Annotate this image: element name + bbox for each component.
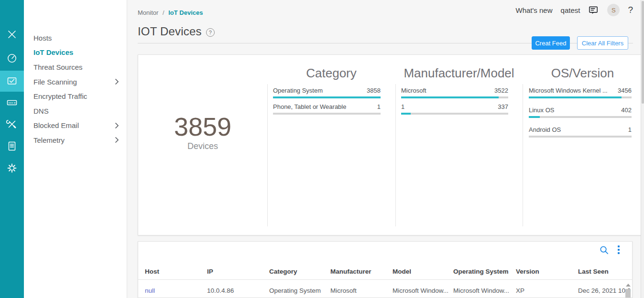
bar-track (529, 96, 632, 98)
total-devices: 3859 Devices (138, 113, 267, 151)
category-bar-item[interactable]: Phone, Tablet or Wearable1 (273, 103, 381, 115)
total-devices-value: 3859 (138, 113, 267, 140)
table-scrollbar[interactable] (625, 282, 631, 298)
sidebar-item-dns[interactable]: DNS (24, 104, 127, 118)
cell-ip: 10.0.4.86 (207, 287, 269, 294)
cell-version: XP (516, 287, 578, 294)
column-header-category[interactable]: Category (269, 268, 330, 275)
sidebar-item-label: DNS (33, 107, 49, 115)
column-header-operating-system[interactable]: Operating System (453, 268, 516, 275)
cell-last-seen: Dec 26, 2021 10:0 (578, 287, 632, 294)
summary-column-category: Category Operating System3858 Phone, Tab… (267, 64, 395, 119)
os-version-bar-item[interactable]: Android OS1 (529, 126, 632, 138)
column-header-host[interactable]: Host (145, 268, 207, 275)
column-header-ip[interactable]: IP (207, 268, 269, 275)
table-row[interactable]: null 10.0.4.86 Operating System Microsof… (138, 280, 632, 298)
report-icon[interactable] (0, 136, 24, 157)
table-header: Host IP Category Manufacturer Model Oper… (138, 264, 632, 280)
table-scrollbar-thumb[interactable] (625, 289, 631, 298)
summary-column-title: Manufacturer/Model (395, 64, 523, 82)
sidebar: Hosts IoT Devices Threat Sources File Sc… (24, 0, 127, 298)
bar-value: 1 (628, 126, 632, 133)
sidebar-item-telemetry[interactable]: Telemetry (24, 133, 127, 148)
sidebar-item-label: Hosts (33, 34, 52, 42)
devices-table-card: Host IP Category Manufacturer Model Oper… (138, 241, 633, 298)
sidebar-item-label: Threat Sources (33, 63, 83, 71)
breadcrumb: Monitor / IoT Devices (138, 9, 203, 16)
title-help-icon[interactable]: ? (206, 28, 215, 37)
kebab-menu-icon[interactable] (617, 245, 621, 255)
search-icon[interactable] (599, 245, 609, 255)
sidebar-item-threat-sources[interactable]: Threat Sources (24, 60, 127, 74)
bar-label: Android OS (529, 126, 561, 133)
host-link[interactable]: null (145, 287, 155, 294)
bar-value: 3858 (367, 87, 381, 94)
os-version-bar-item[interactable]: Microsoft Windows Kernel ...3456 (529, 87, 632, 98)
bar-track (529, 136, 632, 138)
chevron-right-icon (115, 122, 119, 129)
summary-card: 3859 Devices Category Operating System38… (138, 54, 642, 235)
manufacturer-bar-item[interactable]: Microsoft3522 (401, 87, 508, 98)
bar-value: 337 (498, 103, 508, 110)
bar-track (273, 113, 381, 115)
category-bar-item[interactable]: Operating System3858 (273, 87, 381, 98)
page-scrollbar-thumb[interactable] (642, 1, 644, 104)
os-version-bar-item[interactable]: Linux OS402 (529, 106, 632, 118)
monitor-check-icon[interactable] (0, 71, 24, 92)
column-header-model[interactable]: Model (393, 268, 453, 275)
sidebar-item-label: File Scanning (33, 78, 77, 86)
bar-label: Phone, Tablet or Wearable (273, 103, 346, 110)
page-scrollbar[interactable] (641, 0, 644, 298)
scroll-up-arrow-icon[interactable] (626, 284, 631, 287)
sidebar-item-hosts[interactable]: Hosts (24, 31, 127, 45)
sidebar-item-label: Encrypted Traffic (33, 92, 87, 100)
icon-rail (0, 0, 24, 298)
sidebar-item-label: Blocked Email (33, 121, 79, 129)
bar-fill (401, 113, 411, 115)
summary-column-title: Category (267, 64, 395, 82)
breadcrumb-separator: / (163, 9, 164, 16)
whats-new-link[interactable]: What's new (515, 6, 552, 14)
column-header-version[interactable]: Version (516, 268, 578, 275)
gauge-icon[interactable] (0, 48, 24, 69)
bar-fill (529, 96, 622, 98)
bar-track (273, 96, 381, 98)
sidebar-item-iot-devices[interactable]: IoT Devices (24, 45, 127, 60)
cell-operating-system: Microsoft Window... (453, 287, 516, 294)
bar-value: 3456 (618, 87, 632, 94)
column-header-last-seen[interactable]: Last Seen (578, 268, 632, 275)
manufacturer-bar-item[interactable]: 1337 (401, 103, 508, 115)
close-icon[interactable] (0, 24, 24, 45)
chat-icon[interactable] (588, 5, 599, 16)
page-title-row: IOT Devices ? (138, 25, 215, 38)
console-icon[interactable] (0, 92, 24, 113)
bar-label: 1 (401, 103, 404, 110)
help-icon[interactable]: ? (628, 5, 633, 15)
main-content: Monitor / IoT Devices What's new qatest … (127, 0, 641, 298)
avatar-initial: S (611, 7, 616, 14)
bar-fill (273, 96, 381, 98)
summary-column-title: OS/Version (523, 64, 643, 82)
sidebar-item-file-scanning[interactable]: File Scanning (24, 74, 127, 89)
chevron-right-icon (115, 78, 119, 85)
tools-icon[interactable] (0, 114, 24, 135)
create-feed-button[interactable]: Creat Feed (532, 36, 570, 50)
clear-all-filters-button[interactable]: Clear All Filters (577, 36, 628, 50)
bar-value: 1 (377, 103, 381, 110)
avatar[interactable]: S (607, 4, 620, 16)
bar-fill (401, 96, 499, 98)
total-devices-label: Devices (138, 141, 267, 151)
summary-column-manufacturer: Manufacturer/Model Microsoft3522 1337 (395, 64, 523, 119)
bar-track (401, 113, 508, 115)
sidebar-item-label: Telemetry (33, 136, 65, 144)
sidebar-item-encrypted-traffic[interactable]: Encrypted Traffic (24, 89, 127, 104)
gear-icon[interactable] (0, 158, 24, 179)
cell-model: Microsoft Window... (393, 287, 453, 294)
breadcrumb-current[interactable]: IoT Devices (168, 9, 203, 16)
breadcrumb-section[interactable]: Monitor (138, 9, 158, 16)
bar-label: Operating System (273, 87, 323, 94)
username-link[interactable]: qatest (561, 6, 580, 14)
column-header-manufacturer[interactable]: Manufacturer (330, 268, 393, 275)
sidebar-item-blocked-email[interactable]: Blocked Email (24, 118, 127, 133)
bar-label: Linux OS (529, 106, 554, 114)
